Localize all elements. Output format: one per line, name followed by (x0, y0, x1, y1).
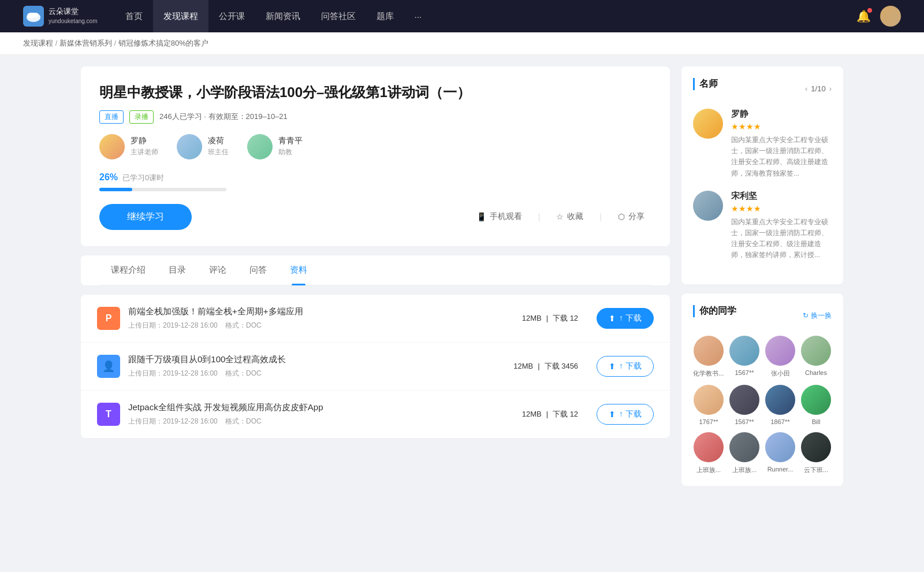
share-button[interactable]: ⬡ 分享 (611, 207, 651, 226)
resource-name-0: 前端全栈加强版！前端全栈+全周期+多端应用 (128, 306, 504, 317)
sidebar-teacher-avatar-1 (693, 191, 723, 221)
sidebar-teacher-desc-1: 国内某重点大学安全工程专业硕士，国家一级注册消防工程师、注册安全工程师、级注册建… (731, 217, 832, 261)
left-column: 明星中教授课，小学阶段语法100分–强化级第1讲动词（一） 直播 录播 246人… (81, 66, 670, 495)
nav-more[interactable]: ··· (404, 0, 433, 32)
course-title: 明星中教授课，小学阶段语法100分–强化级第1讲动词（一） (99, 83, 651, 102)
teacher-avatar-2 (247, 134, 273, 159)
resource-stats-2: 12MB | 下载 12 (522, 409, 578, 419)
progress-percent: 26% (99, 172, 118, 182)
nav-qa[interactable]: 问答社区 (311, 0, 366, 32)
classmates-card: 你的同学 ↻ 换一换 化学教书... 1567** 张小田 (681, 294, 843, 486)
course-meta: 直播 录播 246人已学习 · 有效期至：2019–10–21 (99, 110, 651, 124)
progress-bar-bg (99, 188, 226, 191)
progress-section: 26%已学习0课时 (99, 172, 651, 191)
classmate-6: 1867** (765, 385, 796, 425)
tab-qa[interactable]: 问答 (238, 255, 278, 285)
logo-icon (23, 6, 44, 27)
nav-quiz[interactable]: 题库 (366, 0, 404, 32)
svg-point-2 (33, 13, 39, 17)
sidebar-teacher-0: 罗静 ★★★★ 国内某重点大学安全工程专业硕士，国家一级注册消防工程师、注册安全… (693, 109, 832, 179)
download-button-2[interactable]: ⬆ ↑ 下载 (597, 404, 654, 425)
sidebar-teacher-name-1: 宋利坚 (731, 191, 832, 202)
classmate-name-11: 云下班... (804, 466, 828, 474)
nav-discover[interactable]: 发现课程 (153, 0, 208, 32)
resource-icon-1: 👤 (97, 355, 120, 378)
classmate-avatar-10 (765, 432, 795, 462)
pagination-prev[interactable]: ‹ (805, 84, 807, 93)
classmate-name-6: 1867** (770, 418, 789, 425)
sidebar-teacher-1: 宋利坚 ★★★★ 国内某重点大学安全工程专业硕士，国家一级注册消防工程师、注册安… (693, 191, 832, 261)
classmate-avatar-1 (729, 336, 759, 366)
course-meta-text: 246人已学习 · 有效期至：2019–10–21 (159, 112, 288, 122)
divider-1: | (538, 212, 541, 221)
resource-stats-0: 12MB | 下载 12 (522, 313, 578, 324)
tab-catalog[interactable]: 目录 (157, 255, 198, 285)
collect-button[interactable]: ☆ 收藏 (549, 207, 590, 226)
teachers-card: 名师 ‹ 1/10 › 罗静 ★★★★ 国内某重点大学安全工程专业硕士，国家一级… (681, 66, 843, 284)
classmate-1: 1567** (729, 336, 760, 378)
classmate-avatar-11 (801, 432, 831, 462)
progress-bar-fill (99, 188, 132, 191)
mobile-icon: 📱 (476, 212, 486, 221)
tab-resource[interactable]: 资料 (278, 255, 319, 285)
classmate-7: Bill (800, 385, 832, 425)
nav-open[interactable]: 公开课 (208, 0, 255, 32)
sidebar-teacher-desc-0: 国内某重点大学安全工程专业硕士，国家一级注册消防工程师、注册安全工程师、高级注册… (731, 135, 832, 179)
tab-review[interactable]: 评论 (198, 255, 238, 285)
classmate-name-8: 上班族... (696, 466, 721, 474)
resource-item-1: 👤 跟随千万级项目从0到100全过程高效成长 上传日期：2019-12-28 1… (81, 343, 670, 391)
classmate-9: 上班族... (729, 432, 760, 474)
breadcrumb-current[interactable]: 销冠修炼术搞定80%的客户 (118, 39, 208, 47)
pagination-next[interactable]: › (829, 84, 832, 93)
sidebar-teacher-name-0: 罗静 (731, 109, 832, 120)
sidebar-teacher-avatar-0 (693, 109, 723, 139)
resource-meta-2: 上传日期：2019-12-28 16:00 格式：DOC (128, 417, 504, 426)
classmate-5: 1567** (729, 385, 760, 425)
right-column: 名师 ‹ 1/10 › 罗静 ★★★★ 国内某重点大学安全工程专业硕士，国家一级… (681, 66, 843, 495)
classmate-avatar-6 (765, 385, 795, 415)
download-button-1[interactable]: ⬆ ↑ 下载 (597, 356, 654, 377)
resource-info-2: Jetpack全组件实战 开发短视频应用高仿皮皮虾App 上传日期：2019-1… (128, 402, 504, 426)
nav-right: 🔔 (856, 6, 901, 27)
download-button-0[interactable]: ⬆ ↑ 下载 (597, 308, 654, 329)
classmate-avatar-3 (801, 336, 831, 366)
teacher-name-2: 青青平 (278, 136, 303, 146)
classmate-8: 上班族... (693, 432, 724, 474)
tabs-card: 课程介绍 目录 评论 问答 资料 (81, 255, 670, 285)
classmate-name-9: 上班族... (732, 466, 757, 474)
teacher-info-1: 凌荷 班主任 (208, 136, 229, 157)
resource-meta-0: 上传日期：2019-12-28 16:00 格式：DOC (128, 321, 504, 330)
sidebar-teacher-stars-0: ★★★★ (731, 122, 832, 131)
classmate-name-3: Charles (805, 369, 827, 376)
breadcrumb-discover[interactable]: 发现课程 (23, 39, 53, 47)
user-avatar[interactable] (880, 6, 901, 27)
bell-icon[interactable]: 🔔 (856, 9, 871, 23)
classmate-0: 化学教书... (693, 336, 724, 378)
mobile-watch-button[interactable]: 📱 手机观看 (470, 207, 529, 226)
teacher-name-1: 凌荷 (208, 136, 229, 146)
star-icon: ☆ (556, 212, 564, 221)
logo[interactable]: 云朵课堂yundouketang.com (23, 6, 98, 27)
resource-stats-1: 12MB | 下载 3456 (513, 361, 578, 372)
breadcrumb: 发现课程 / 新媒体营销系列 / 销冠修炼术搞定80%的客户 (0, 32, 924, 55)
teacher-role-0: 主讲老师 (131, 147, 158, 157)
continue-study-button[interactable]: 继续学习 (99, 204, 192, 230)
classmate-name-7: Bill (812, 418, 821, 425)
classmate-name-0: 化学教书... (693, 369, 724, 378)
classmate-name-5: 1567** (735, 418, 754, 425)
resource-item-2: T Jetpack全组件实战 开发短视频应用高仿皮皮虾App 上传日期：2019… (81, 391, 670, 438)
classmates-section-header: 你的同学 ↻ 换一换 (693, 305, 832, 326)
refresh-classmates-button[interactable]: ↻ 换一换 (803, 311, 832, 321)
nav-home[interactable]: 首页 (115, 0, 153, 32)
classmate-4: 1767** (693, 385, 724, 425)
classmate-avatar-0 (694, 336, 724, 366)
nav-news[interactable]: 新闻资讯 (255, 0, 311, 32)
course-actions: 继续学习 📱 手机观看 | ☆ 收藏 | ⬡ 分享 (99, 204, 651, 230)
classmate-2: 张小田 (765, 336, 796, 378)
sidebar-teacher-stars-1: ★★★★ (731, 204, 832, 213)
tab-intro[interactable]: 课程介绍 (99, 255, 157, 285)
teacher-info-2: 青青平 助教 (278, 136, 303, 157)
teacher-2: 青青平 助教 (247, 134, 303, 159)
breadcrumb-series[interactable]: 新媒体营销系列 (59, 39, 112, 47)
classmate-avatar-8 (694, 432, 724, 462)
